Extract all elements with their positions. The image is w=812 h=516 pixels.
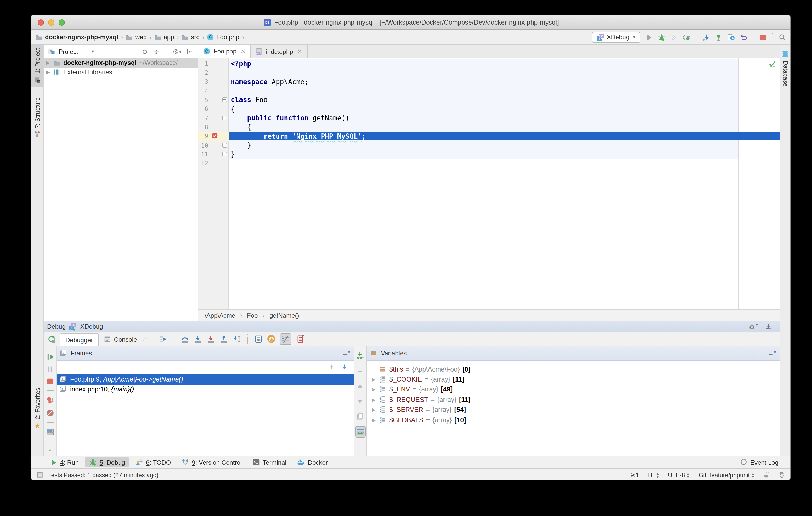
view-breakpoints-list-icon[interactable]	[296, 335, 305, 343]
step-out-icon[interactable]	[220, 335, 228, 343]
code-line-11[interactable]: 11}	[198, 150, 780, 159]
run-configuration-select[interactable]: php XDebug ▼	[591, 32, 640, 42]
status-message[interactable]: Tests Passed: 1 passed (27 minutes ago)	[48, 472, 158, 478]
breadcrumb-web[interactable]: web	[126, 33, 147, 41]
code-line-5[interactable]: 5class Foo	[198, 95, 780, 105]
show-watches-icon[interactable]	[355, 427, 366, 437]
fold-marker-icon[interactable]	[220, 116, 229, 120]
gear-icon[interactable]: ⚙▼	[749, 323, 759, 331]
expand-arrow-icon[interactable]: ▶	[46, 69, 51, 75]
code-editor[interactable]: 1<?php23namespace App\Acme;45class Foo6{…	[198, 58, 780, 309]
line-number[interactable]: 8	[198, 123, 210, 131]
frame-row[interactable]: sindex.php:10, {main}()	[57, 384, 354, 395]
breadcrumb-app[interactable]: app	[154, 33, 174, 41]
toolwindow-button--debug[interactable]: 5: Debug	[85, 457, 129, 467]
local-history-icon[interactable]	[726, 32, 735, 42]
tab-foo-php[interactable]: C Foo.php ✕	[198, 45, 251, 58]
code-line-3[interactable]: 3namespace App\Acme;	[198, 77, 780, 86]
show-execution-point-icon[interactable]	[159, 335, 168, 343]
close-tab-icon[interactable]: ✕	[297, 48, 302, 55]
line-number[interactable]: 12	[198, 160, 210, 167]
gear-icon[interactable]: ⚙▼	[172, 48, 182, 55]
run-to-cursor-icon[interactable]	[233, 335, 241, 343]
frame-row[interactable]: sFoo.php:9, App|Acme|Foo->getName()	[57, 374, 354, 384]
variable-row[interactable]: ▶123$GLOBALS = {array} [10]	[367, 415, 780, 425]
more-actions-icon[interactable]: »	[49, 447, 51, 453]
listen-debugger-icon[interactable]	[682, 32, 691, 42]
expand-arrow-icon[interactable]: ▶	[371, 387, 377, 392]
code-line-12[interactable]: 12	[198, 159, 780, 168]
toolwindow-button-docker[interactable]: Docker	[293, 457, 332, 467]
frames-panel-header[interactable]: s Frames →"	[57, 346, 354, 361]
code-line-6[interactable]: 6{	[198, 105, 780, 114]
chevron-down-icon[interactable]: ▼	[91, 49, 95, 54]
code-line-7[interactable]: 7 public function getName()	[198, 114, 780, 123]
line-number[interactable]: 3	[198, 78, 210, 86]
fold-marker-icon[interactable]	[220, 152, 229, 157]
vcs-commit-icon[interactable]	[714, 32, 723, 42]
restore-layout-icon[interactable]	[46, 428, 54, 436]
editor-breadcrumb-item[interactable]: \App\Acme	[205, 312, 235, 319]
view-breakpoints-icon[interactable]	[46, 396, 54, 404]
test-status-icon[interactable]	[37, 471, 44, 479]
rerun-icon[interactable]	[46, 334, 57, 344]
variable-row[interactable]: ▶123$_SERVER = {array} [54]	[367, 405, 780, 415]
code-line-4[interactable]: 4	[198, 86, 780, 95]
hide-down-icon[interactable]	[765, 323, 772, 330]
step-into-icon[interactable]	[194, 335, 202, 343]
breadcrumb-Foo.php[interactable]: CFoo.php	[207, 33, 239, 41]
locate-icon[interactable]	[142, 48, 149, 55]
tab-console[interactable]: Console →"	[98, 333, 152, 346]
move-down-icon[interactable]	[355, 396, 366, 407]
sidebar-item-favorites[interactable]: 2: Favorites ★	[31, 385, 44, 433]
stop-icon[interactable]	[758, 32, 767, 42]
title-bar[interactable]: ps Foo.php - docker-nginx-php-mysql - [~…	[31, 15, 790, 30]
toolwindow-button--run[interactable]: 4: Run	[46, 458, 83, 467]
inspections-ok-icon[interactable]	[768, 60, 776, 68]
line-number[interactable]: 5	[198, 96, 210, 104]
editor-breadcrumb-item[interactable]: Foo	[247, 312, 258, 319]
encoding-select[interactable]: UTF-8	[668, 472, 690, 478]
toolwindow-button--todo[interactable]: 6: TODO	[131, 457, 175, 467]
run-muted-icon[interactable]	[669, 32, 678, 42]
inspection-profile-icon[interactable]	[779, 471, 786, 479]
evaluate-expression-icon[interactable]	[255, 335, 263, 343]
code-line-2[interactable]: 2	[198, 68, 780, 78]
breadcrumb-docker-nginx-php-mysql[interactable]: docker-nginx-php-mysql	[36, 33, 118, 41]
line-number[interactable]: 1	[198, 60, 210, 67]
line-number[interactable]: 7	[198, 114, 210, 122]
frame-down-icon[interactable]	[341, 364, 348, 371]
line-number[interactable]: 6	[198, 106, 210, 113]
line-number[interactable]: 4	[198, 87, 210, 94]
expand-arrow-icon[interactable]: ▶	[371, 377, 377, 382]
event-log-button[interactable]: Event Log	[740, 458, 786, 466]
line-ending-select[interactable]: LF	[647, 472, 660, 478]
close-tab-icon[interactable]: ✕	[241, 48, 245, 55]
expand-arrow-icon[interactable]: ▶	[371, 407, 377, 413]
fold-marker-icon[interactable]	[220, 97, 229, 102]
expand-arrow-icon[interactable]: ▶	[46, 60, 51, 65]
sidebar-item-project[interactable]: 1: Project	[31, 45, 44, 87]
line-number[interactable]: 2	[198, 69, 210, 77]
run-icon[interactable]	[644, 32, 654, 42]
step-over-icon[interactable]	[181, 335, 189, 343]
debug-panel-header[interactable]: Debug php XDebug ⚙▼	[44, 321, 780, 332]
collapse-all-icon[interactable]	[153, 48, 161, 55]
add-watch-icon[interactable]	[355, 351, 366, 361]
code-line-8[interactable]: 8 {	[198, 123, 780, 132]
toggle-inline-values-icon[interactable]: 12	[280, 333, 292, 345]
line-number[interactable]: 9	[198, 133, 210, 140]
force-step-into-icon[interactable]	[207, 335, 215, 343]
expand-arrow-icon[interactable]: ▶	[371, 418, 377, 423]
breakpoint-icon[interactable]	[210, 133, 220, 140]
fold-marker-icon[interactable]	[220, 143, 229, 148]
variable-row[interactable]: ▶123$_REQUEST = {array} [11]	[367, 395, 780, 405]
duplicate-watch-icon[interactable]	[355, 411, 366, 422]
rollback-icon[interactable]	[739, 32, 748, 42]
breadcrumb-src[interactable]: src	[181, 33, 199, 41]
search-icon[interactable]	[778, 32, 787, 42]
inline-values-at-icon[interactable]: @	[268, 335, 276, 343]
sidebar-item-database[interactable]: Database	[780, 45, 790, 89]
git-branch-select[interactable]: Git: feature/phpunit	[698, 472, 755, 478]
caret-position[interactable]: 9:1	[631, 472, 639, 478]
